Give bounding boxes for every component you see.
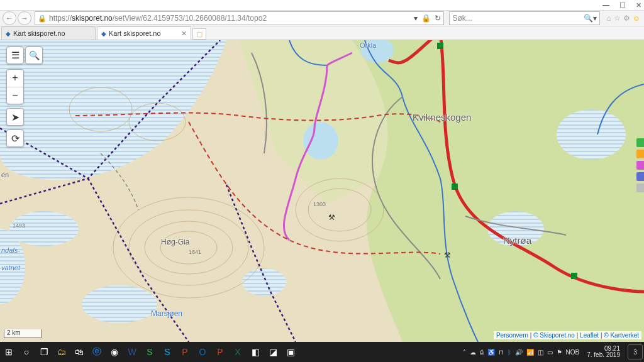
ie-icon[interactable]: ⓔ	[88, 343, 106, 361]
map-menu-button[interactable]: ☰	[6, 47, 24, 64]
file-explorer-icon[interactable]: 🗂	[53, 343, 70, 361]
search-go-icon[interactable]: 🔍▾	[584, 14, 597, 23]
svg-rect-19	[437, 43, 443, 49]
svg-point-5	[242, 268, 286, 296]
attrib-skisporet[interactable]: © Skisporet.no	[533, 332, 575, 339]
app-icon-3[interactable]: ▣	[282, 343, 299, 361]
place-label-nytroa: Nytrøa	[503, 235, 531, 246]
elevation-1303: 1303	[313, 201, 326, 207]
taskbar-clock[interactable]: 09.21 7. feb. 2019	[583, 346, 624, 359]
powerpoint-icon[interactable]: P	[211, 343, 229, 361]
url-protocol: https://	[49, 14, 72, 23]
svg-rect-21	[571, 273, 577, 279]
zoom-in-button[interactable]: +	[7, 70, 23, 87]
new-tab-button[interactable]: ▢	[192, 28, 206, 40]
svg-point-6	[303, 122, 338, 160]
browser-toolbar-icons: ⌂ ☆ ⚙ ☺	[602, 14, 644, 23]
layer-swatch-pink[interactable]	[636, 161, 644, 170]
home-icon[interactable]: ⌂	[606, 14, 611, 23]
lock-icon: 🔒	[38, 14, 47, 23]
nav-forward-button[interactable]: →	[18, 11, 31, 25]
map-refresh-button[interactable]: ⟳	[6, 129, 24, 147]
tray-icon[interactable]: ☁	[470, 349, 476, 356]
map-search-button[interactable]: 🔍	[25, 47, 43, 64]
tray-icon[interactable]: ♿	[487, 349, 495, 356]
tray-chevron-icon[interactable]: ˄	[463, 349, 466, 356]
layer-swatch-orange[interactable]	[636, 150, 644, 158]
place-label-en: en	[1, 171, 9, 178]
tab-title: Kart skisporet.no	[109, 30, 161, 37]
tab-strip: ◆ Kart skisporet.no ◆ Kart skisporet.no …	[0, 26, 644, 40]
layer-swatch-grey[interactable]	[636, 184, 644, 192]
attrib-leaflet[interactable]: Leaflet	[580, 332, 599, 339]
map-locate-button[interactable]: ➤	[6, 108, 24, 126]
s-app-icon[interactable]: S	[141, 343, 158, 361]
browser-search-input[interactable]: Søk... 🔍▾	[449, 11, 600, 25]
window-close-button[interactable]: ✕	[636, 1, 641, 9]
cortana-search-icon[interactable]: ○	[18, 343, 35, 361]
clock-date: 7. feb. 2019	[587, 352, 620, 359]
action-center-button[interactable]: 3	[628, 344, 643, 359]
svg-text:⚒: ⚒	[444, 251, 451, 260]
tray-icon[interactable]: ⊓	[499, 349, 504, 356]
zoom-out-button[interactable]: −	[7, 87, 23, 104]
excel-icon[interactable]: X	[229, 343, 247, 361]
outlook-icon[interactable]: O	[194, 343, 211, 361]
refresh-url-icon[interactable]: ↻	[435, 14, 441, 23]
attrib-kartverket[interactable]: © Kartverket	[604, 332, 639, 339]
url-host: skisporet.no	[72, 14, 113, 23]
address-bar: ← → 🔒 https:// skisporet.no /setView/62.…	[0, 10, 644, 26]
place-label-marsjoen: Marsjøen	[151, 309, 182, 318]
chrome-icon[interactable]: ◉	[106, 343, 123, 361]
tray-bluetooth-icon[interactable]: ᛒ	[508, 349, 511, 356]
tab-title: Kart skisporet.no	[13, 30, 65, 37]
app-icon-2[interactable]: ◪	[264, 343, 282, 361]
dropdown-icon[interactable]: ▾	[414, 14, 418, 23]
tab-0[interactable]: ◆ Kart skisporet.no	[1, 26, 96, 40]
map-viewport[interactable]: ⚒ ⚒ Kvikneskogen Nytrøa Høg-Gia 1641 Mar…	[0, 40, 644, 342]
tab-close-icon[interactable]: ✕	[181, 30, 187, 38]
tray-battery-icon[interactable]: ▭	[547, 349, 553, 356]
layer-swatch-green[interactable]	[636, 138, 644, 147]
svg-point-4	[82, 285, 157, 323]
map-zoom-control: + −	[6, 69, 24, 104]
nav-back-button[interactable]: ←	[3, 11, 16, 25]
elevation-hoggia: 1641	[189, 249, 201, 255]
tray-flag-icon[interactable]: ⚑	[557, 349, 562, 356]
search-placeholder: Søk...	[452, 14, 472, 23]
tray-icon[interactable]: ◫	[538, 349, 543, 356]
store-icon[interactable]: 🛍	[70, 343, 88, 361]
map-scale-bar: 2 km	[4, 329, 42, 338]
start-button[interactable]: ⊞	[0, 343, 18, 361]
tools-icon[interactable]: ⚙	[623, 14, 630, 23]
svg-point-9	[557, 109, 626, 160]
scale-label: 2 km	[7, 329, 21, 336]
tray-language[interactable]: NOB	[566, 349, 580, 356]
url-input[interactable]: 🔒 https:// skisporet.no /setView/62.4159…	[35, 11, 444, 25]
word-icon[interactable]: W	[123, 343, 141, 361]
svg-text:⚒: ⚒	[328, 213, 335, 222]
svg-point-3	[9, 211, 79, 246]
map-canvas: ⚒ ⚒	[0, 40, 644, 342]
publisher-icon[interactable]: P	[176, 343, 194, 361]
tab-1[interactable]: ◆ Kart skisporet.no ✕	[97, 26, 191, 40]
lake-label-top: ndals-	[1, 246, 20, 254]
window-maximize-button[interactable]: ☐	[619, 1, 626, 9]
favorites-icon[interactable]: ☆	[614, 14, 621, 23]
layer-swatch-blue[interactable]	[636, 172, 644, 181]
tray-icon[interactable]: ⎙	[480, 349, 484, 356]
lake-label-bot: vatnet	[1, 264, 20, 272]
tray-network-icon[interactable]: 📶	[526, 349, 534, 356]
task-view-icon[interactable]: ❐	[35, 343, 53, 361]
window-minimize-button[interactable]: —	[602, 1, 609, 9]
app-icon-1[interactable]: ◧	[247, 343, 264, 361]
windows-taskbar: ⊞ ○ ❐ 🗂 🛍 ⓔ ◉ W S S P O P X ◧ ◪ ▣ ˄ ☁ ⎙ …	[0, 342, 644, 362]
tray-volume-icon[interactable]: 🔊	[515, 349, 523, 356]
lock-small-icon: 🔒	[421, 14, 431, 23]
map-attribution: Personvern | © Skisporet.no | Leaflet | …	[494, 331, 641, 339]
feedback-icon[interactable]: ☺	[633, 14, 640, 23]
attrib-privacy[interactable]: Personvern	[496, 332, 528, 339]
favicon-icon: ◆	[6, 30, 11, 37]
skype-icon[interactable]: S	[158, 343, 176, 361]
notif-count: 3	[633, 349, 637, 356]
